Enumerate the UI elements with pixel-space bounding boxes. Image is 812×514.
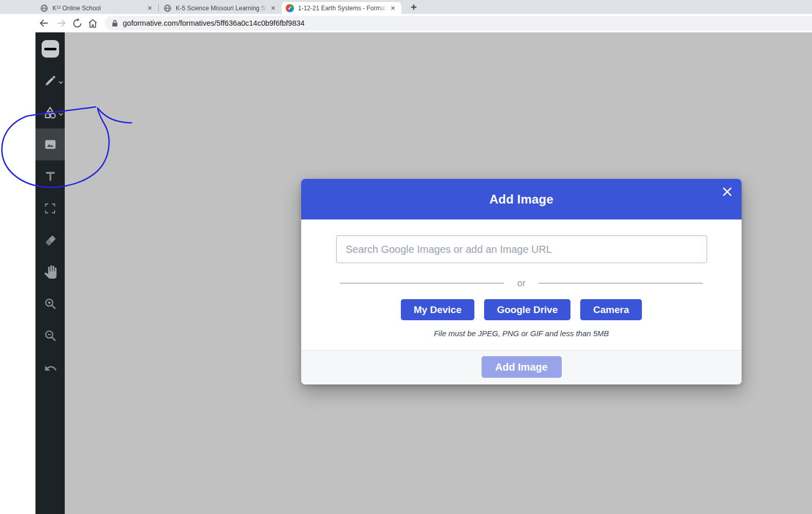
close-button[interactable]: [719, 183, 735, 200]
tab-title: 1-12-21 Earth Systems - Formative: [298, 5, 386, 12]
add-image-modal: Add Image or My Device Google Drive Came…: [301, 179, 742, 384]
tab-k5-science-missouri[interactable]: K-5 Science Missouri Learning Sta ✕: [159, 2, 282, 14]
file-requirements-note: File must be JPEG, PNG or GIF and less t…: [301, 329, 742, 338]
zoom-out-tool-button[interactable]: [35, 320, 65, 352]
text-tool-button[interactable]: [35, 160, 65, 192]
new-tab-button[interactable]: +: [407, 1, 420, 13]
or-divider: or: [301, 278, 742, 289]
camera-button[interactable]: Camera: [580, 299, 642, 320]
chevron-down-icon: [59, 108, 63, 118]
hand-icon: [44, 265, 57, 279]
tab-close-icon[interactable]: ✕: [145, 4, 154, 12]
globe-icon: [40, 4, 48, 12]
pencil-icon: [44, 75, 57, 87]
chevron-down-icon: [59, 77, 63, 86]
eraser-tool-button[interactable]: [35, 224, 65, 256]
browser-toolbar: goformative.com/formatives/5ff636a0c14c0…: [0, 14, 812, 32]
undo-icon: [44, 361, 57, 374]
text-icon: [44, 170, 57, 183]
undo-tool-button[interactable]: [35, 352, 65, 383]
back-arrow-icon: [38, 17, 49, 29]
tab-close-icon[interactable]: ✕: [389, 4, 397, 12]
browser-tab-strip: K¹² Online School ✕ K-5 Science Missouri…: [0, 0, 812, 14]
zoom-in-tool-button[interactable]: [35, 288, 65, 320]
fullscreen-icon: [44, 202, 57, 215]
tab-title: K¹² Online School: [52, 5, 143, 12]
image-tool-button[interactable]: [35, 128, 65, 160]
divider-line: [340, 283, 504, 284]
add-image-submit-button[interactable]: Add Image: [482, 356, 562, 378]
shapes-tool-button[interactable]: [35, 97, 65, 128]
collapse-toolbar-button[interactable]: [35, 33, 65, 65]
modal-header: Add Image: [301, 179, 742, 219]
globe-icon: [163, 4, 172, 12]
image-icon: [44, 138, 57, 151]
formative-check-icon: ✓: [286, 4, 294, 12]
tab-title: K-5 Science Missouri Learning Sta: [176, 5, 267, 12]
zoom-in-icon: [44, 297, 57, 310]
page-left-gutter: [0, 32, 35, 514]
shapes-icon: [43, 106, 57, 120]
image-source-buttons: My Device Google Drive Camera: [301, 299, 742, 320]
google-drive-button[interactable]: Google Drive: [484, 299, 570, 320]
reload-icon: [72, 18, 83, 29]
horizontal-line-icon: [42, 40, 59, 58]
my-device-button[interactable]: My Device: [401, 299, 474, 320]
forward-arrow-icon: [56, 17, 67, 29]
fullscreen-tool-button[interactable]: [35, 192, 65, 224]
divider-line: [539, 283, 703, 284]
forward-button[interactable]: [56, 17, 67, 29]
home-button[interactable]: [87, 17, 98, 29]
pan-tool-button[interactable]: [35, 256, 65, 288]
tab-close-icon[interactable]: ✕: [269, 4, 278, 12]
or-label: or: [517, 278, 525, 289]
drawing-toolbar: [35, 32, 65, 514]
tab-earth-systems-formative-active[interactable]: ✓ 1-12-21 Earth Systems - Formative ✕: [282, 2, 401, 14]
reload-button[interactable]: [71, 17, 83, 29]
screen: K¹² Online School ✕ K-5 Science Missouri…: [0, 0, 812, 514]
modal-title: Add Image: [489, 192, 553, 207]
modal-body: or My Device Google Drive Camera File mu…: [301, 235, 742, 366]
lock-icon[interactable]: [112, 20, 118, 27]
eraser-icon: [44, 233, 57, 247]
pen-tool-button[interactable]: [35, 65, 65, 97]
url-text[interactable]: goformative.com/formatives/5ff636a0c14c0…: [123, 19, 305, 27]
home-icon: [87, 18, 98, 29]
image-search-input[interactable]: [336, 235, 707, 263]
back-button[interactable]: [38, 17, 49, 29]
tab-k12-online-school[interactable]: K¹² Online School ✕: [36, 2, 158, 14]
address-bar[interactable]: goformative.com/formatives/5ff636a0c14c0…: [105, 16, 812, 30]
modal-footer: Add Image: [301, 350, 742, 384]
close-icon: [722, 186, 733, 197]
zoom-out-icon: [44, 329, 57, 342]
